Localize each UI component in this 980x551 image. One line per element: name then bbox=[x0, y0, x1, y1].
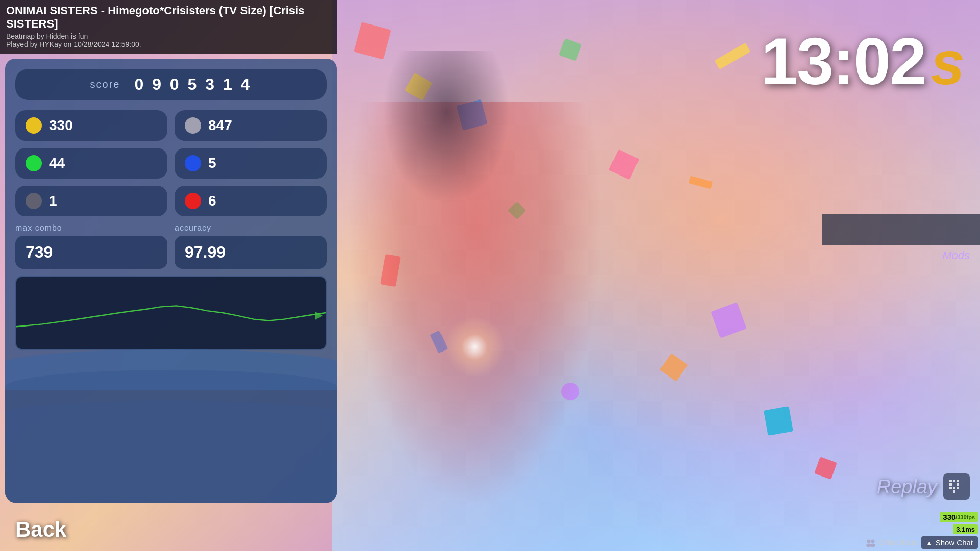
max-combo-value: 739 bbox=[15, 236, 167, 269]
hit-300: 330 bbox=[15, 110, 167, 141]
users-icon-svg bbox=[866, 539, 876, 547]
latency-counter: 3.1ms bbox=[953, 524, 978, 534]
chat-overlay bbox=[822, 214, 980, 245]
timer-value: 13:02 bbox=[761, 28, 926, 94]
score-row: score 0 9 0 5 3 1 4 bbox=[15, 69, 327, 100]
show-chat-label: Show Chat bbox=[936, 538, 973, 547]
hit-50-count: 44 bbox=[49, 155, 65, 171]
hit-100: 847 bbox=[175, 110, 327, 141]
svg-point-11 bbox=[871, 539, 874, 543]
svg-rect-2 bbox=[953, 480, 955, 482]
hit-katu: 5 bbox=[175, 148, 327, 179]
hit-katu-dot bbox=[185, 155, 201, 171]
timer: 13:02 s bbox=[761, 28, 965, 94]
hit-miss: 6 bbox=[175, 186, 327, 216]
svg-rect-3 bbox=[957, 480, 959, 482]
svg-rect-4 bbox=[949, 483, 952, 486]
max-combo-group: max combo 739 bbox=[15, 223, 167, 269]
svg-rect-6 bbox=[949, 487, 952, 489]
hit-50: 44 bbox=[15, 148, 167, 179]
svg-rect-8 bbox=[957, 487, 959, 489]
svg-rect-7 bbox=[953, 487, 955, 489]
latency-row: 3.1ms bbox=[953, 524, 980, 534]
bottom-right-panel: 330 / 330fps 3.1ms Online Users ▲ Show C… bbox=[866, 512, 980, 551]
header: ONIMAI SISTERS - Himegoto*Crisisters (TV… bbox=[0, 0, 337, 54]
hit-300-count: 330 bbox=[49, 117, 73, 134]
max-combo-label: max combo bbox=[15, 223, 167, 233]
show-chat-button[interactable]: ▲ Show Chat bbox=[921, 536, 978, 549]
hit-miss-dot bbox=[185, 193, 201, 209]
replay-icon bbox=[943, 473, 970, 500]
mods-label: Mods bbox=[942, 249, 970, 262]
played-info: Played by HYKay on 10/28/2024 12:59:00. bbox=[6, 40, 331, 48]
fps-counter: 330 / 330fps bbox=[940, 512, 978, 522]
svg-rect-1 bbox=[949, 480, 952, 482]
fps-max: 330fps bbox=[957, 514, 975, 520]
hit-geki: 1 bbox=[15, 186, 167, 216]
chevron-up-icon: ▲ bbox=[926, 539, 933, 546]
light-burst bbox=[444, 316, 505, 378]
hits-grid: 330 847 44 5 1 6 bbox=[15, 110, 327, 216]
song-title: ONIMAI SISTERS - Himegoto*Crisisters (TV… bbox=[6, 4, 331, 31]
chat-row[interactable]: Online Users ▲ Show Chat bbox=[866, 536, 980, 549]
hit-100-dot bbox=[185, 117, 201, 134]
replay-button[interactable]: Replay bbox=[877, 473, 970, 500]
fps-row: 330 / 330fps bbox=[940, 512, 980, 522]
online-users-label: Online Users bbox=[879, 539, 917, 546]
online-users: Online Users bbox=[866, 539, 917, 547]
accuracy-group: accuracy 97.99 bbox=[175, 223, 327, 269]
score-value: 0 9 0 5 3 1 4 bbox=[134, 75, 252, 94]
accuracy-label: accuracy bbox=[175, 223, 327, 233]
hit-geki-count: 1 bbox=[49, 193, 57, 209]
replay-icon-svg bbox=[948, 479, 965, 495]
online-users-icon bbox=[866, 539, 876, 547]
hit-katu-count: 5 bbox=[208, 155, 216, 171]
fps-main: 330 bbox=[943, 513, 955, 521]
beatmap-info: Beatmap by Hidden is fun bbox=[6, 32, 331, 40]
hit-miss-count: 6 bbox=[208, 193, 216, 209]
svg-point-10 bbox=[867, 539, 870, 543]
score-panel: score 0 9 0 5 3 1 4 330 847 44 5 1 6 bbox=[5, 59, 337, 503]
svg-rect-5 bbox=[957, 483, 959, 486]
hit-50-dot bbox=[26, 155, 42, 171]
replay-text[interactable]: Replay bbox=[877, 476, 937, 498]
performance-graph bbox=[15, 276, 327, 350]
hit-300-dot bbox=[26, 117, 42, 134]
hit-100-count: 847 bbox=[208, 117, 232, 134]
graph-svg bbox=[16, 277, 326, 349]
bottom-stats: max combo 739 accuracy 97.99 bbox=[15, 223, 327, 269]
svg-point-13 bbox=[870, 543, 875, 547]
svg-rect-9 bbox=[953, 490, 955, 493]
back-button[interactable]: Back bbox=[15, 517, 66, 542]
accuracy-value: 97.99 bbox=[175, 236, 327, 269]
timer-suffix: s bbox=[930, 32, 965, 93]
score-label: score bbox=[90, 79, 120, 90]
hit-geki-dot bbox=[26, 193, 42, 209]
